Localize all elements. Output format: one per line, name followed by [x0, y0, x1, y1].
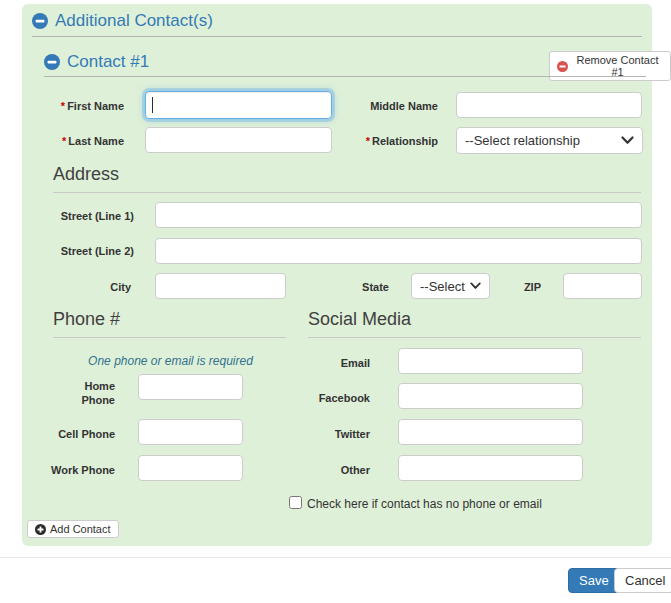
cancel-button[interactable]: Cancel [614, 568, 671, 593]
cell-phone-input[interactable] [138, 419, 243, 445]
street1-label: Street (Line 1) [30, 209, 134, 223]
last-name-input[interactable] [145, 127, 332, 153]
twitter-label: Twitter [290, 427, 370, 441]
header-divider [32, 36, 642, 37]
add-contact-button[interactable]: Add Contact [27, 520, 119, 538]
street2-label: Street (Line 2) [30, 244, 134, 258]
collapse-minus-circle-icon[interactable] [32, 13, 48, 29]
additional-contacts-header[interactable]: Additional Contact(s) [32, 11, 213, 31]
required-asterisk: * [366, 135, 370, 147]
state-selected-value: --Select [420, 279, 465, 294]
plus-circle-icon [35, 524, 46, 535]
address-heading: Address [53, 164, 119, 185]
home-phone-input[interactable] [138, 374, 243, 400]
zip-input[interactable] [563, 273, 642, 299]
phone-heading: Phone # [53, 309, 120, 330]
address-divider [53, 192, 641, 193]
no-phone-or-email-label: Check here if contact has no phone or em… [307, 497, 542, 511]
email-input[interactable] [398, 348, 583, 374]
first-name-label: *First Name [30, 99, 124, 113]
zip-label: ZIP [496, 280, 541, 294]
relationship-selected-value: --Select relationship [465, 133, 580, 148]
chevron-down-icon [621, 136, 634, 145]
last-name-label: *Last Name [30, 134, 124, 148]
middle-name-label: Middle Name [344, 99, 438, 113]
footer-divider [0, 557, 671, 558]
additional-contacts-title: Additional Contact(s) [55, 11, 213, 31]
add-contact-label: Add Contact [50, 523, 111, 535]
state-select[interactable]: --Select [411, 273, 490, 299]
save-button[interactable]: Save [568, 568, 620, 593]
twitter-input[interactable] [398, 419, 583, 445]
phone-divider [53, 337, 286, 338]
social-media-heading: Social Media [308, 309, 411, 330]
remove-minus-circle-icon [557, 61, 568, 72]
first-name-input[interactable] [145, 91, 332, 119]
no-phone-or-email-checkbox[interactable] [289, 496, 302, 509]
middle-name-input[interactable] [456, 92, 642, 118]
additional-contacts-page: Additional Contact(s) Contact #1 Remove … [0, 0, 671, 603]
state-label: State [330, 280, 389, 294]
cell-phone-label: Cell Phone [40, 427, 115, 441]
contact-1-title: Contact #1 [67, 52, 149, 72]
street1-input[interactable] [155, 202, 642, 228]
other-input[interactable] [398, 455, 583, 481]
relationship-select[interactable]: --Select relationship [456, 127, 643, 154]
contact-divider [44, 76, 646, 77]
remove-contact-label: Remove Contact #1 [572, 54, 663, 78]
work-phone-label: Work Phone [40, 463, 115, 477]
city-label: City [61, 280, 131, 294]
required-asterisk: * [62, 135, 66, 147]
phone-email-required-hint: One phone or email is required [53, 354, 288, 368]
contact-1-header[interactable]: Contact #1 [44, 52, 149, 72]
facebook-label: Facebook [290, 391, 370, 405]
text-cursor [152, 97, 153, 113]
work-phone-input[interactable] [138, 455, 243, 481]
required-asterisk: * [61, 100, 65, 112]
relationship-label: *Relationship [344, 134, 438, 148]
street2-input[interactable] [155, 238, 642, 264]
other-label: Other [290, 463, 370, 477]
collapse-minus-circle-icon[interactable] [44, 54, 60, 70]
city-input[interactable] [155, 273, 286, 299]
email-label: Email [290, 356, 370, 370]
facebook-input[interactable] [398, 383, 583, 409]
home-phone-label: Home Phone [71, 379, 115, 407]
chevron-down-icon [470, 282, 481, 290]
social-divider [308, 337, 641, 338]
